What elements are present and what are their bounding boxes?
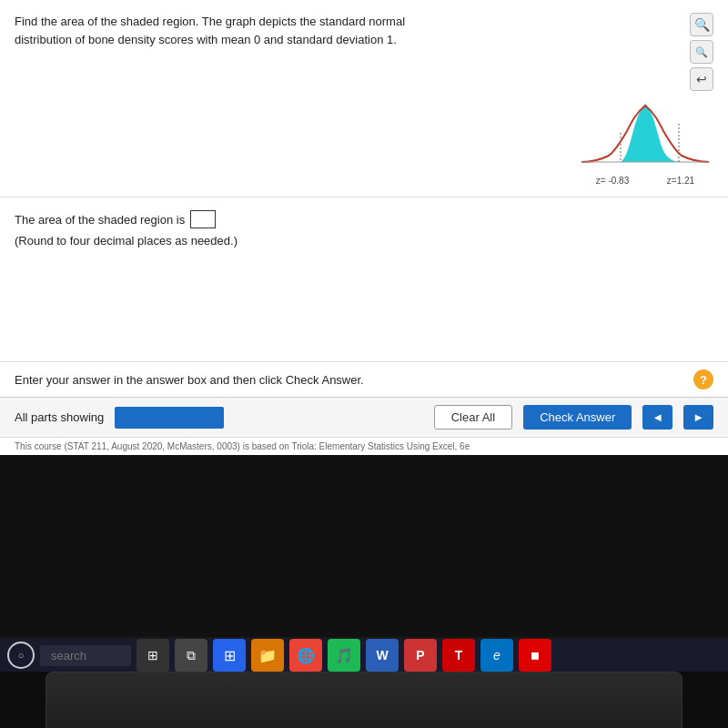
taskbar-spotify-icon[interactable]: 🎵 — [328, 639, 360, 672]
citation-text: This course (STAT 211, August 2020, McMa… — [15, 441, 470, 451]
reset-button[interactable]: ↩ — [690, 67, 713, 91]
shaded-region — [621, 104, 679, 162]
answer-input-box[interactable] — [190, 210, 216, 228]
taskbar-teams-icon[interactable]: T — [442, 639, 475, 672]
progress-bar — [115, 407, 224, 429]
apps-icon: ⊞ — [224, 647, 236, 664]
z-right-label: z=1.21 — [667, 176, 694, 186]
folder-icon: 📁 — [258, 647, 277, 664]
graph-controls: 🔍 🔍 ↩ — [690, 13, 713, 91]
taskbar-search-input[interactable] — [40, 645, 131, 666]
prev-nav-button[interactable]: ◄ — [642, 405, 672, 430]
screen: Find the area of the shaded region. The … — [0, 0, 728, 728]
taskbar-ppt-icon[interactable]: P — [404, 639, 437, 672]
ie-icon: e — [493, 648, 500, 662]
chrome-icon: 🌐 — [297, 647, 315, 664]
taskbar-word-icon[interactable]: W — [366, 639, 399, 672]
word-icon: W — [376, 648, 388, 662]
keyboard — [46, 672, 682, 728]
answer-prefix: The area of the shaded region is — [15, 213, 185, 227]
taskbar-multitask-icon[interactable]: ⧉ — [175, 639, 207, 672]
graph-svg — [577, 96, 713, 174]
multitask-icon: ⧉ — [187, 648, 196, 663]
spotify-icon: 🎵 — [335, 647, 353, 664]
content-panel: Find the area of the shaded region. The … — [0, 0, 728, 455]
keyboard-background — [0, 672, 728, 728]
question-text: Find the area of the shaded region. The … — [15, 13, 568, 187]
normal-distribution-graph: z= -0.83 z=1.21 — [577, 96, 713, 187]
taskbar-ie-icon[interactable]: e — [480, 639, 513, 672]
dark-background — [0, 455, 728, 637]
zoom-out-button[interactable]: 🔍 — [690, 40, 713, 64]
ppt-icon: P — [416, 648, 424, 662]
taskbar: ○ ⊞ ⧉ ⊞ 📁 🌐 🎵 W P T e — [0, 639, 728, 672]
z-left-label: z= -0.83 — [596, 176, 629, 186]
all-parts-label: All parts showing — [15, 410, 104, 424]
next-nav-button[interactable]: ► — [683, 405, 713, 430]
taskbar-chrome-icon[interactable]: 🌐 — [289, 639, 322, 672]
help-button[interactable]: ? — [693, 369, 713, 389]
round-note: (Round to four decimal places as needed.… — [15, 234, 713, 248]
check-answer-button[interactable]: Check Answer — [523, 405, 632, 430]
graph-labels: z= -0.83 z=1.21 — [577, 176, 713, 186]
zoom-in-button[interactable]: 🔍 — [690, 13, 713, 36]
start-search-area[interactable]: ○ — [7, 642, 35, 669]
clear-all-button[interactable]: Clear All — [434, 405, 512, 430]
question-area: Find the area of the shaded region. The … — [0, 0, 728, 197]
question-line1: Find the area of the shaded region. The … — [15, 15, 405, 28]
cortana-icon: ⊞ — [147, 648, 158, 662]
instruction-bar: Enter your answer in the answer box and … — [0, 361, 728, 397]
taskbar-apps-icon[interactable]: ⊞ — [213, 639, 246, 672]
answer-area: The area of the shaded region is (Round … — [0, 197, 728, 361]
graph-area: 🔍 🔍 ↩ — [568, 13, 713, 187]
citation-bar: This course (STAT 211, August 2020, McMa… — [0, 437, 728, 455]
taskbar-cortana-icon[interactable]: ⊞ — [136, 639, 169, 672]
question-line2: distribution of bone density scores with… — [15, 33, 397, 46]
answer-text: The area of the shaded region is — [15, 210, 713, 228]
teams-icon: T — [455, 648, 463, 662]
action-bar: All parts showing Clear All Check Answer… — [0, 397, 728, 437]
instruction-text: Enter your answer in the answer box and … — [15, 373, 693, 387]
extra-icon: ◼ — [531, 649, 540, 662]
start-icon: ○ — [18, 650, 25, 661]
taskbar-folder-icon[interactable]: 📁 — [251, 639, 284, 672]
taskbar-extra-icon[interactable]: ◼ — [519, 639, 551, 672]
